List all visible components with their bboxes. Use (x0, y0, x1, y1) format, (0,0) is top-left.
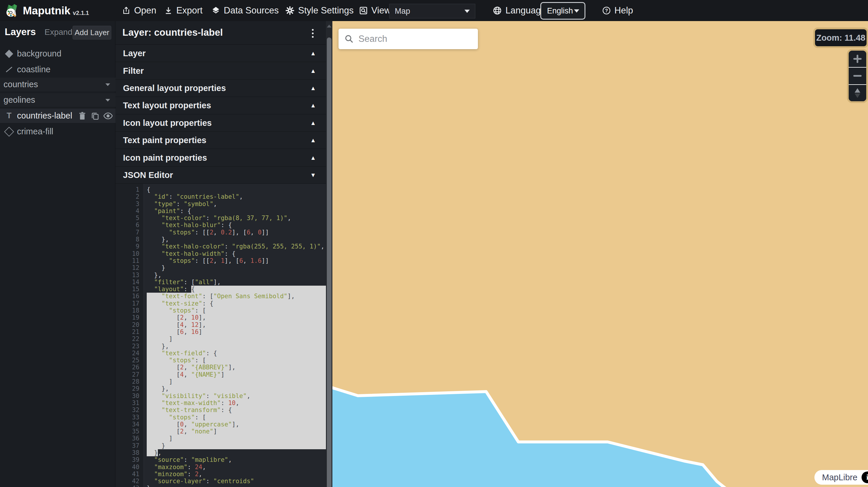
json-code-editor[interactable]: 1234567891011121314151617181920212223242… (115, 184, 326, 487)
map-render (332, 21, 868, 487)
layer-editor-title: Layer: countries-label (122, 27, 223, 38)
top-bar: Maputnik v2.1.1 Open Export (0, 0, 868, 21)
inspect-icon (359, 6, 368, 15)
download-icon (164, 6, 173, 15)
menu-open[interactable]: Open (122, 0, 156, 21)
collapse-arrow-icon: ▲ (310, 50, 316, 57)
compass-pitch-button[interactable] (849, 84, 866, 101)
layer-item-background[interactable]: background (0, 47, 115, 61)
collapse-arrow-icon: ▲ (310, 154, 316, 161)
section-icon-layout[interactable]: Icon layout properties ▲ (115, 115, 326, 132)
section-label: Text paint properties (123, 135, 207, 145)
menu-style-settings-label: Style Settings (298, 5, 354, 16)
layer-label: crimea-fill (17, 127, 53, 136)
layer-label: countries-label (17, 111, 72, 121)
group-label: geolines (3, 95, 35, 105)
layer-label: coastline (17, 65, 50, 74)
app-version: v2.1.1 (73, 10, 89, 17)
add-layer-button[interactable]: Add Layer (73, 26, 111, 39)
visibility-eye-icon[interactable] (102, 111, 114, 121)
map-search-box (339, 29, 478, 49)
group-label: countries (3, 79, 38, 89)
layer-group-countries[interactable]: countries (0, 77, 115, 91)
section-general-layout[interactable]: General layout properties ▲ (115, 79, 326, 97)
layer-label: background (17, 49, 62, 59)
menu-style-settings[interactable]: Style Settings (285, 0, 354, 21)
view-mode-select[interactable]: Map (389, 4, 475, 19)
menu-view-label: View (371, 5, 391, 16)
section-text-paint[interactable]: Text paint properties ▲ (115, 132, 326, 149)
layers-title: Layers (5, 26, 36, 37)
help-icon: ? (602, 6, 611, 15)
map-nav-controls (849, 51, 866, 101)
layer-item-countries-label[interactable]: T countries-label (0, 108, 115, 123)
maputnik-logo-icon (5, 3, 19, 19)
layer-group-geolines[interactable]: geolines (0, 93, 115, 107)
fill-layer-icon (5, 51, 13, 57)
collapse-arrow-icon: ▲ (310, 102, 316, 109)
layer-menu-kebab-icon[interactable] (309, 28, 316, 39)
database-icon (211, 6, 220, 15)
section-label: JSON Editor (123, 170, 173, 180)
attribution-info-icon[interactable]: i (862, 472, 868, 483)
zoom-in-button[interactable] (849, 51, 866, 67)
menu-open-label: Open (134, 5, 156, 16)
fill-outline-layer-icon (5, 128, 13, 135)
maplibre-link[interactable]: MapLibre (822, 473, 858, 482)
layers-sidebar: Layers Expand Add Layer background coast… (0, 21, 115, 487)
chevron-down-icon (105, 99, 110, 102)
collapse-arrow-icon: ▲ (310, 137, 316, 144)
app-brand: Maputnik v2.1.1 (5, 3, 89, 19)
zoom-out-button[interactable] (849, 67, 866, 84)
language-value: English (547, 6, 573, 15)
language-select[interactable]: English (540, 2, 585, 20)
section-layer[interactable]: Layer ▲ (115, 45, 326, 62)
section-label: Icon paint properties (123, 153, 207, 162)
collapse-arrow-icon: ▲ (310, 67, 316, 74)
duplicate-layer-icon[interactable] (90, 111, 101, 121)
line-layer-icon (5, 69, 13, 70)
section-label: Filter (123, 66, 144, 75)
editor-sections: Layer ▲ Filter ▲ General layout properti… (115, 45, 326, 184)
layer-editor-panel: Layer: countries-label Layer ▲ Filter ▲ … (115, 21, 332, 487)
panel-scrollbar[interactable] (326, 21, 332, 487)
json-code[interactable]: { "id": "countries-label", "type": "symb… (144, 186, 326, 487)
menu-help-label: Help (614, 5, 633, 16)
menu-view: View (359, 0, 391, 21)
map-attribution: MapLibre i (814, 470, 868, 485)
section-text-layout[interactable]: Text layout properties ▲ (115, 97, 326, 114)
section-label: General layout properties (123, 83, 226, 93)
scrollbar-thumb[interactable] (327, 37, 332, 487)
section-json-editor[interactable]: JSON Editor ▼ (115, 166, 326, 184)
scroll-up-arrow-icon[interactable] (327, 25, 332, 28)
collapse-arrow-icon: ▲ (310, 85, 316, 91)
maputnik-app: Maputnik v2.1.1 Open Export (0, 0, 868, 487)
app-name: Maputnik (23, 5, 70, 17)
layer-item-coastline[interactable]: coastline (0, 63, 115, 76)
section-filter[interactable]: Filter ▲ (115, 62, 326, 79)
search-input[interactable] (358, 33, 464, 44)
chevron-down-icon (105, 84, 110, 86)
menu-data-sources[interactable]: Data Sources (211, 0, 279, 21)
collapse-arrow-icon: ▼ (310, 171, 316, 178)
menu-language-label: Language (505, 5, 546, 16)
svg-text:?: ? (605, 8, 608, 13)
globe-icon (493, 6, 502, 15)
chevron-down-icon (464, 10, 470, 13)
map-canvas[interactable]: Zoom: 11.48 MapLibre i (332, 21, 868, 487)
menu-data-sources-label: Data Sources (224, 5, 279, 16)
gear-icon (285, 6, 294, 15)
expand-button[interactable]: Expand (44, 28, 72, 37)
search-icon (344, 34, 354, 43)
menu-language: Language (493, 0, 546, 21)
zoom-level-indicator: Zoom: 11.48 (815, 29, 867, 46)
section-label: Icon layout properties (123, 118, 212, 128)
layer-item-crimea-fill[interactable]: crimea-fill (0, 125, 115, 138)
section-icon-paint[interactable]: Icon paint properties ▲ (115, 149, 326, 166)
section-label: Text layout properties (123, 101, 211, 110)
menu-export[interactable]: Export (164, 0, 203, 21)
delete-layer-icon[interactable] (77, 111, 88, 121)
layer-editor-header: Layer: countries-label (115, 21, 326, 45)
menu-help[interactable]: ? Help (602, 0, 633, 21)
section-label: Layer (123, 48, 146, 58)
